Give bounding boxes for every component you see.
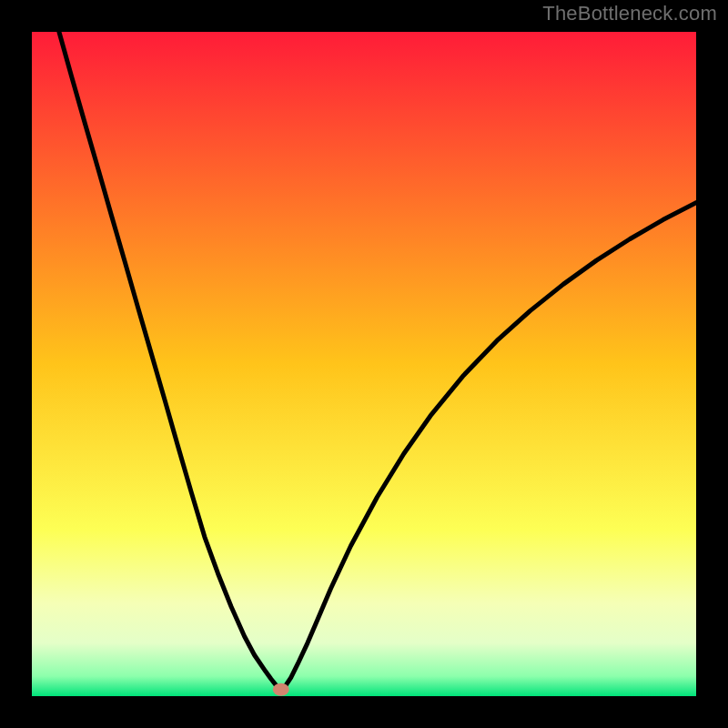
optimum-marker [273,683,289,696]
gradient-background [32,32,696,696]
watermark-text: TheBottleneck.com [542,2,717,25]
chart-frame: TheBottleneck.com [0,0,728,728]
plot-area [32,32,696,696]
chart-svg [32,32,696,696]
